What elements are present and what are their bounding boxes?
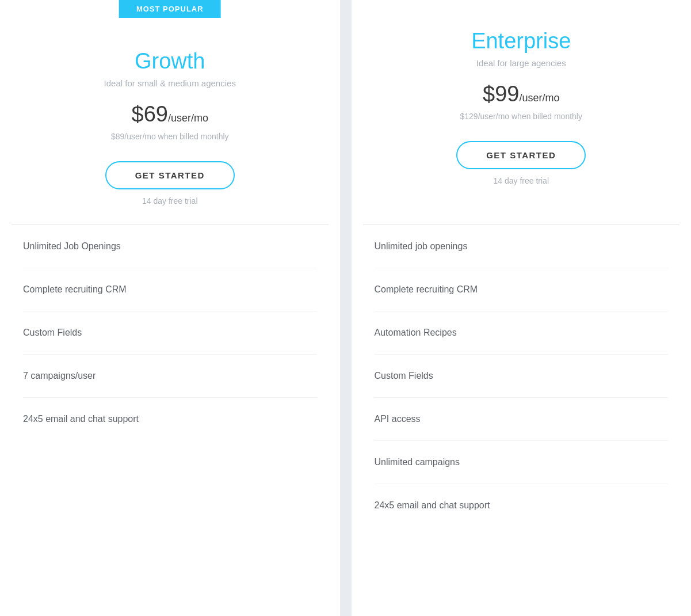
enterprise-plan-tagline: Ideal for large agencies — [476, 58, 566, 68]
enterprise-trial-text: 14 day free trial — [494, 176, 549, 185]
enterprise-plan-card: Enterprise Ideal for large agencies $99/… — [352, 0, 692, 616]
growth-plan-name: Growth — [135, 49, 205, 74]
enterprise-feature-5: API access — [375, 398, 669, 441]
enterprise-get-started-button[interactable]: GET STARTED — [456, 141, 586, 169]
growth-get-started-button[interactable]: GET STARTED — [105, 161, 235, 189]
enterprise-plan-header: Enterprise Ideal for large agencies $99/… — [352, 0, 692, 225]
growth-plan-card: MOST POPULAR Growth Ideal for small & me… — [0, 0, 340, 616]
growth-features-list: Unlimited Job Openings Complete recruiti… — [0, 225, 340, 616]
enterprise-plan-name: Enterprise — [471, 29, 571, 54]
growth-price-value: $69 — [132, 102, 168, 126]
enterprise-billing-note: $129/user/mo when billed monthly — [460, 112, 582, 121]
growth-feature-1: Unlimited Job Openings — [23, 225, 317, 268]
enterprise-feature-2: Complete recruiting CRM — [375, 268, 669, 311]
enterprise-feature-6: Unlimited campaigns — [375, 441, 669, 484]
enterprise-feature-1: Unlimited job openings — [375, 225, 669, 268]
card-gap — [340, 0, 352, 616]
growth-plan-price: $69/user/mo — [132, 100, 208, 127]
growth-trial-text: 14 day free trial — [142, 196, 198, 206]
enterprise-feature-3: Automation Recipes — [375, 311, 669, 355]
enterprise-price-period: /user/mo — [519, 92, 559, 104]
enterprise-feature-7: 24x5 email and chat support — [375, 484, 669, 527]
growth-plan-tagline: Ideal for small & medium agencies — [104, 78, 236, 88]
growth-billing-note: $89/user/mo when billed monthly — [111, 132, 229, 141]
enterprise-price-value: $99 — [483, 82, 519, 106]
enterprise-features-list: Unlimited job openings Complete recruiti… — [352, 225, 692, 616]
growth-feature-3: Custom Fields — [23, 311, 317, 355]
enterprise-plan-price: $99/user/mo — [483, 79, 559, 107]
growth-feature-2: Complete recruiting CRM — [23, 268, 317, 311]
growth-feature-4: 7 campaigns/user — [23, 355, 317, 398]
most-popular-badge: MOST POPULAR — [119, 0, 221, 18]
pricing-container: MOST POPULAR Growth Ideal for small & me… — [0, 0, 691, 616]
growth-price-period: /user/mo — [168, 112, 208, 124]
growth-feature-5: 24x5 email and chat support — [23, 398, 317, 440]
growth-plan-header: MOST POPULAR Growth Ideal for small & me… — [0, 0, 340, 225]
enterprise-feature-4: Custom Fields — [375, 355, 669, 398]
